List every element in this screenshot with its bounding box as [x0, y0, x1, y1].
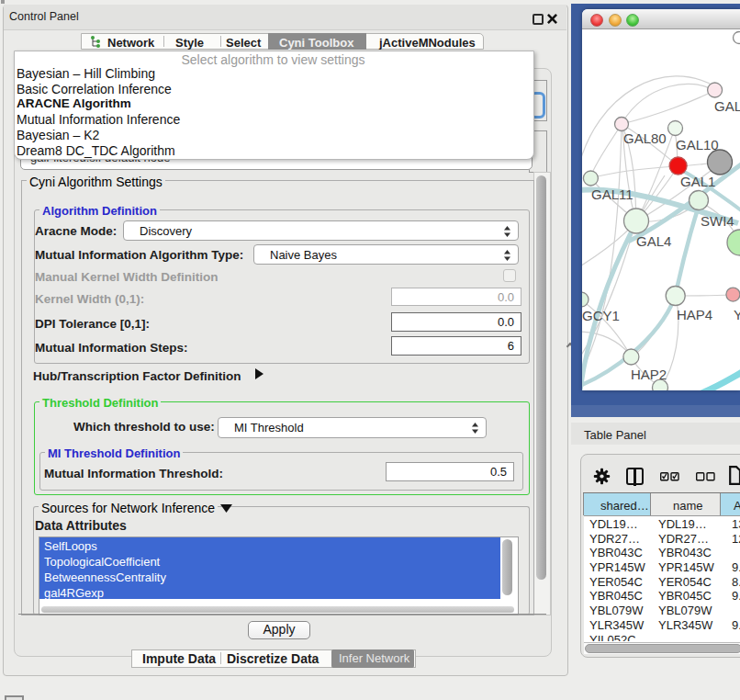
svg-text:GCY1: GCY1 — [582, 308, 620, 323]
svg-text:SWI4: SWI4 — [701, 213, 734, 229]
svg-text:GAL4: GAL4 — [636, 233, 671, 249]
svg-text:Y: Y — [734, 307, 740, 322]
svg-text:GAL10: GAL10 — [676, 137, 719, 152]
svg-text:GAL7: GAL7 — [714, 98, 740, 114]
svg-text:GAL1: GAL1 — [680, 174, 715, 189]
svg-text:GAL11: GAL11 — [591, 186, 633, 202]
svg-text:HAP2: HAP2 — [631, 367, 667, 382]
svg-text:GAL80: GAL80 — [623, 130, 667, 146]
svg-text:HAP4: HAP4 — [677, 307, 712, 322]
